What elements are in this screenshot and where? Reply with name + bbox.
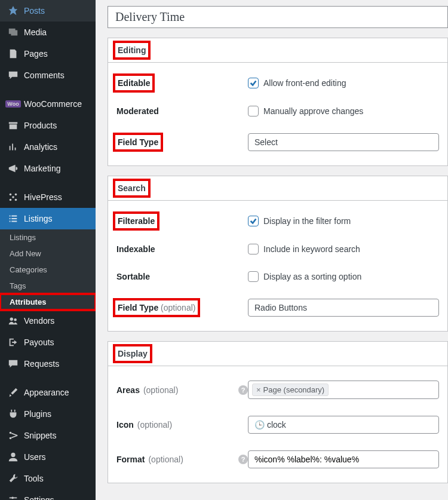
sub-item-add-new[interactable]: Add New [0,246,96,262]
sidebar-item-woocommerce[interactable]: Woo WooCommerce [0,93,96,115]
sidebar-item-label: Snippets [24,431,56,440]
sidebar-item-pages[interactable]: Pages [0,43,96,65]
row-icon: Icon (optional) 🕒 clock [116,407,439,442]
sub-item-categories[interactable]: Categories [0,262,96,278]
checkbox-label-sortable: Display as a sorting option [263,272,361,281]
comment-icon [7,69,19,81]
checkbox-label-filterable: Display in the filter form [263,216,351,226]
sidebar-item-snippets[interactable]: Snippets [0,425,96,446]
svg-point-1 [15,194,17,196]
svg-point-4 [12,196,14,198]
sidebar-item-vendors[interactable]: Vendors [0,310,96,332]
label-areas: Areas [116,385,140,395]
chart-icon [7,141,19,153]
plug-icon [7,408,19,420]
title-input[interactable] [108,6,448,28]
help-icon[interactable]: ? [238,385,248,395]
scissors-icon [7,430,19,441]
svg-point-8 [10,437,12,440]
input-format[interactable] [248,450,439,468]
checkbox-moderated[interactable] [248,106,259,116]
sidebar-item-label: HivePress [24,192,62,202]
row-format: Format (optional) ? [116,442,439,477]
sidebar-item-label: Marketing [24,164,60,173]
select-editing-field-type[interactable]: Select [248,133,439,151]
checkbox-editable[interactable] [248,78,259,88]
sidebar-item-label: Tools [24,474,44,483]
sidebar-item-label: Payouts [24,338,54,347]
sidebar-item-label: Comments [24,70,65,80]
svg-point-2 [10,199,12,201]
label-moderated: Moderated [116,106,159,116]
hivepress-icon [7,191,19,203]
checkbox-sortable[interactable] [248,271,259,282]
row-filterable: Filterable Display in the filter form [116,207,439,235]
sidebar-item-analytics[interactable]: Analytics [0,136,96,158]
section-display: Display Areas (optional) ? × Page (secon… [108,341,448,483]
media-icon [7,26,19,38]
sidebar-item-plugins[interactable]: Plugins [0,403,96,425]
checkbox-filterable[interactable] [248,216,259,226]
label-editable: Editable [116,77,151,89]
sidebar-item-users[interactable]: Users [0,446,96,468]
label-sortable: Sortable [116,272,150,281]
logout-icon [7,336,19,348]
remove-chip-icon[interactable]: × [256,385,261,394]
sidebar-item-requests[interactable]: Requests [0,353,96,375]
sidebar-item-products[interactable]: Products [0,115,96,136]
sub-item-attributes[interactable]: Attributes [0,294,96,310]
row-editing-field-type: Field Type Select [116,125,439,159]
checkbox-label-editable: Allow front-end editing [263,78,346,88]
select-icon[interactable]: 🕒 clock [248,416,439,434]
section-title-display: Display [108,342,447,366]
label-indexable: Indexable [116,244,155,254]
admin-sidebar: Posts Media Pages Comments Woo WooCommer… [0,0,96,500]
megaphone-icon [7,162,19,174]
checkbox-label-indexable: Include in keyword search [263,244,360,254]
sidebar-item-label: Requests [24,359,59,369]
row-indexable: Indexable Include in keyword search [116,235,439,263]
svg-point-0 [10,194,12,196]
sub-item-listings[interactable]: Listings [0,229,96,246]
checkbox-indexable[interactable] [248,244,259,254]
user-icon [7,451,19,463]
svg-point-9 [11,453,15,457]
row-sortable: Sortable Display as a sorting option [116,263,439,290]
chip-page-secondary[interactable]: × Page (secondary) [252,384,329,396]
label-search-field-type: Field Type (optional) [116,302,197,314]
sidebar-item-appearance[interactable]: Appearance [0,382,96,403]
select-search-field-type[interactable]: Radio Buttons [248,299,439,317]
section-title-search: Search [108,176,447,201]
sidebar-item-label: Posts [24,6,45,16]
listings-submenu: Listings Add New Categories Tags Attribu… [0,229,96,310]
select-areas[interactable]: × Page (secondary) [248,381,439,399]
sidebar-item-label: Media [24,27,47,37]
row-areas: Areas (optional) ? × Page (secondary) [116,372,439,407]
sidebar-item-label: Settings [24,495,54,500]
main-content: Editing Editable Allow front-end editing… [96,0,448,500]
svg-point-7 [10,432,12,434]
label-format: Format [116,455,145,464]
clock-icon: 🕒 [254,420,265,430]
checkbox-label-moderated: Manually approve changes [263,106,363,116]
sidebar-item-hivepress[interactable]: HivePress [0,186,96,208]
sidebar-item-comments[interactable]: Comments [0,65,96,86]
users-icon [7,315,19,327]
wrench-icon [7,473,19,484]
sidebar-item-settings[interactable]: Settings [0,489,96,500]
sidebar-item-media[interactable]: Media [0,22,96,43]
sidebar-item-payouts[interactable]: Payouts [0,332,96,353]
help-icon[interactable]: ? [238,455,248,464]
sidebar-item-label: Listings [24,214,52,223]
sidebar-item-tools[interactable]: Tools [0,468,96,489]
sidebar-item-label: WooCommerce [24,99,82,109]
sidebar-item-label: Pages [24,49,48,59]
sub-item-tags[interactable]: Tags [0,278,96,294]
svg-point-3 [15,199,17,201]
section-search: Search Filterable Display in the filter … [108,176,448,332]
sidebar-item-listings[interactable]: Listings [0,208,96,229]
chat-icon [7,358,19,370]
sidebar-item-marketing[interactable]: Marketing [0,158,96,179]
sidebar-item-label: Users [24,452,46,462]
sidebar-item-posts[interactable]: Posts [0,0,96,22]
